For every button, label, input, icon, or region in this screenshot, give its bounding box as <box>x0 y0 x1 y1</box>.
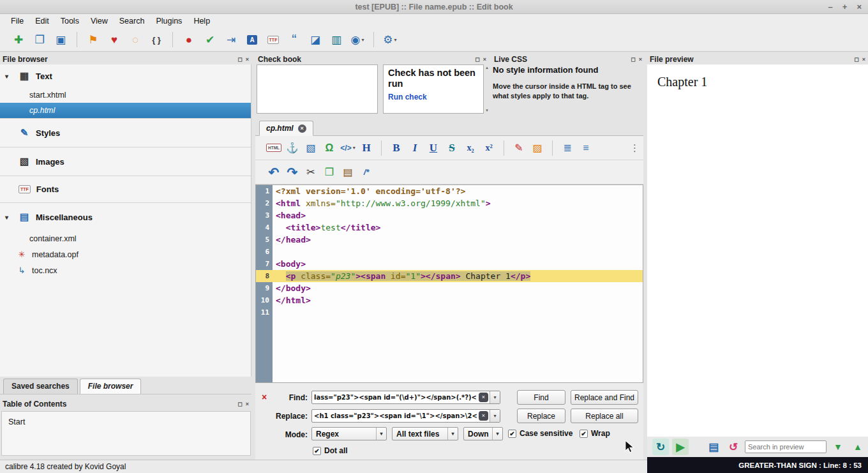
float-panel-icon[interactable]: ◻ <box>237 401 242 407</box>
manage-fonts-button[interactable]: A <box>243 31 262 49</box>
align-center-button[interactable]: ≡ <box>578 139 594 157</box>
tree-item-cp-html[interactable]: cp.html <box>0 103 251 118</box>
search-in-preview-input[interactable] <box>745 440 827 453</box>
check-results-list[interactable] <box>257 64 378 114</box>
maximize-button[interactable]: + <box>842 0 848 14</box>
scroll-up-icon[interactable]: ▴ <box>486 65 488 70</box>
tree-category-images[interactable]: ▧ Images <box>0 147 251 176</box>
preview-pane[interactable]: Chapter 1 <box>647 64 868 437</box>
code-line[interactable]: 6 <box>256 246 643 258</box>
float-panel-icon[interactable]: ◻ <box>237 56 242 63</box>
code-line[interactable]: 9</body> <box>256 282 643 294</box>
reports-button[interactable]: ▥ <box>327 31 346 49</box>
strikethrough-button[interactable]: S <box>444 139 460 157</box>
find-input[interactable] <box>312 394 479 401</box>
tree-item-metadata-opf[interactable]: ✳ metadata.opf <box>0 246 251 262</box>
donate-button[interactable]: ♥ <box>105 31 124 49</box>
direction-select[interactable]: Down ▾ <box>463 427 503 440</box>
float-panel-icon[interactable]: ◻ <box>854 56 858 63</box>
title-bar[interactable]: test [EPUB] :: File name.epub :: Edit bo… <box>0 0 868 14</box>
undo-button[interactable]: ↶ <box>266 163 282 181</box>
chevron-down-icon[interactable]: ▾ <box>5 214 13 221</box>
code-line[interactable]: 11 <box>256 306 643 319</box>
bold-button[interactable]: B <box>388 139 405 157</box>
replace-input[interactable] <box>312 412 479 419</box>
subscript-button[interactable]: x₂ <box>462 139 479 157</box>
tab-cp-html[interactable]: cp.html × <box>259 121 313 136</box>
open-book-button[interactable]: ❐ <box>30 31 49 49</box>
code-line[interactable]: 4 <title>test</title> <box>256 221 643 234</box>
tree-item-container-xml[interactable]: container.xml <box>0 231 251 246</box>
view-html-button[interactable]: HTML <box>266 139 282 157</box>
close-panel-icon[interactable]: × <box>246 56 249 63</box>
insert-special-char-button[interactable]: Ω <box>321 139 338 157</box>
tree-category-fonts[interactable]: TTF Fonts <box>0 176 251 202</box>
close-panel-icon[interactable]: × <box>639 56 642 63</box>
clear-replace-icon[interactable]: × <box>479 411 488 421</box>
align-right-button[interactable]: ≣ <box>559 139 576 157</box>
spellcheck-button[interactable]: ✔ <box>200 31 220 49</box>
toolbar-overflow-button[interactable]: ⋮ <box>630 142 640 154</box>
fix-html-button[interactable]: ⇥ <box>221 31 241 49</box>
clear-find-icon[interactable]: × <box>479 393 488 402</box>
new-file-button[interactable]: ✚ <box>9 31 28 49</box>
italic-button[interactable]: I <box>407 139 423 157</box>
close-tab-icon[interactable]: × <box>298 124 306 133</box>
toc-item-start[interactable]: Start <box>2 412 250 432</box>
copy-button[interactable]: ❐ <box>321 163 338 181</box>
menu-help[interactable]: Help <box>188 17 216 26</box>
bookmark-button[interactable]: ⚑ <box>84 31 103 49</box>
check-scrollbar[interactable]: ▴ ▾ <box>484 65 490 113</box>
smarten-punctuation-button[interactable]: “ <box>285 31 304 49</box>
code-line[interactable]: 3<head> <box>256 209 643 221</box>
replace-and-find-button[interactable]: Replace and Find <box>571 390 638 405</box>
refresh-preview-button[interactable]: ↻ <box>652 439 669 455</box>
code-editor[interactable]: 1<?xml version='1.0' encoding='utf-8'?>2… <box>255 184 643 383</box>
close-panel-icon[interactable]: × <box>862 56 865 63</box>
menu-edit[interactable]: Edit <box>29 17 55 26</box>
code-line[interactable]: 2<html xmlns="http://www.w3.org/1999/xht… <box>256 197 643 209</box>
next-match-button[interactable]: ▼ <box>830 439 846 455</box>
menu-file[interactable]: File <box>5 17 29 26</box>
tab-saved-searches[interactable]: Saved searches <box>3 379 78 394</box>
save-preview-button[interactable]: ▤ <box>705 439 722 455</box>
redo-button[interactable]: ↷ <box>284 163 301 181</box>
underline-button[interactable]: U <box>425 139 442 157</box>
find-button[interactable]: Find <box>517 390 565 405</box>
mode-select[interactable]: Regex ▾ <box>311 427 387 440</box>
check-book-button[interactable]: ● <box>179 31 198 49</box>
tree-item-start-xhtml[interactable]: start.xhtml <box>0 87 251 103</box>
tab-file-browser[interactable]: File browser <box>80 379 142 394</box>
tree-category-text[interactable]: ▾ ▦ Text <box>0 64 251 87</box>
close-panel-icon[interactable]: × <box>483 56 486 63</box>
code-line[interactable]: 1<?xml version='1.0' encoding='utf-8'?> <box>256 185 643 197</box>
chevron-down-icon[interactable]: ▾ <box>5 73 13 80</box>
code-line[interactable]: 7<body> <box>256 258 643 270</box>
tree-category-misc[interactable]: ▾ ▤ Miscellaneous <box>0 202 251 231</box>
float-panel-icon[interactable]: ◻ <box>631 56 635 63</box>
replace-button[interactable]: Replace <box>517 409 565 423</box>
menu-tools[interactable]: Tools <box>55 17 85 26</box>
arrange-files-button[interactable]: ◌ <box>126 31 145 49</box>
save-button[interactable]: ▣ <box>51 31 70 49</box>
dot-all-checkbox[interactable]: ✔ Dot all <box>313 446 348 455</box>
launch-preview-button[interactable]: ▶ <box>672 439 689 455</box>
insert-tag-button[interactable]: </> ▾ <box>340 139 356 157</box>
tree-item-toc-ncx[interactable]: ↳ toc.ncx <box>0 262 251 278</box>
find-history-dropdown[interactable]: ▾ <box>490 391 500 403</box>
menu-plugins[interactable]: Plugins <box>150 17 188 26</box>
scope-select[interactable]: All text files ▾ <box>392 427 458 440</box>
code-line[interactable]: 5</head> <box>256 234 643 246</box>
code-line[interactable]: 10</html> <box>256 294 643 306</box>
format-painter-button[interactable]: ✎ <box>511 139 527 157</box>
insert-anchor-button[interactable]: ⚓ <box>284 139 301 157</box>
clean-css-button[interactable]: ◪ <box>306 31 325 49</box>
case-sensitive-checkbox[interactable]: ✔ Case sensitive <box>508 429 572 438</box>
close-button[interactable]: × <box>857 0 862 14</box>
tree-category-styles[interactable]: ✎ Styles <box>0 118 251 147</box>
float-panel-icon[interactable]: ◻ <box>475 56 479 63</box>
superscript-button[interactable]: x² <box>481 139 497 157</box>
menu-search[interactable]: Search <box>114 17 151 26</box>
close-panel-icon[interactable]: × <box>246 401 249 407</box>
run-check-link[interactable]: Run check <box>388 93 479 101</box>
